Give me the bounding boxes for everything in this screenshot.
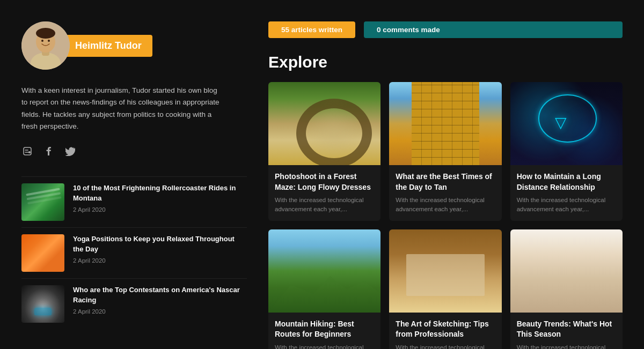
article-list: 10 of the Most Frightening Rollercoaster… <box>21 176 247 329</box>
explore-card-1[interactable]: Photoshoot in a Forest Maze: Long Flowy … <box>268 82 380 221</box>
article-title-3: Who are the Top Contestants on America's… <box>73 285 247 306</box>
card-image-2 <box>389 82 501 165</box>
blogger-icon[interactable] <box>21 145 33 157</box>
article-item[interactable]: Yoga Positions to Keep you Relaxed Throu… <box>21 227 247 278</box>
card-title-5: The Art of Sketching: Tips from Professi… <box>396 319 495 340</box>
explore-card-6[interactable]: Beauty Trends: What's Hot This Season Wi… <box>510 229 623 349</box>
explore-card-5[interactable]: The Art of Sketching: Tips from Professi… <box>389 229 501 349</box>
explore-heading: Explore <box>268 53 623 71</box>
article-thumb-3 <box>21 285 64 323</box>
cards-grid: Photoshoot in a Forest Maze: Long Flowy … <box>268 82 623 349</box>
article-thumb-2 <box>21 234 64 272</box>
card-excerpt-1: With the increased technological advance… <box>275 196 374 214</box>
card-excerpt-5: With the increased technological advance… <box>396 343 495 349</box>
article-date-1: 2 April 2020 <box>73 206 247 213</box>
facebook-icon[interactable] <box>43 145 55 157</box>
svg-point-5 <box>41 40 43 42</box>
sidebar: Heimlitz Tudor With a keen interest in j… <box>21 16 247 349</box>
card-image-4 <box>268 229 380 313</box>
card-title-3: How to Maintain a Long Distance Relation… <box>517 172 616 192</box>
card-title-1: Photoshoot in a Forest Maze: Long Flowy … <box>275 172 374 192</box>
card-excerpt-4: With the increased technological advance… <box>275 343 374 349</box>
article-date-2: 2 April 2020 <box>73 257 247 264</box>
main-content: 55 articles written 0 comments made Expl… <box>268 16 623 349</box>
svg-rect-7 <box>24 147 31 155</box>
svg-point-4 <box>36 28 55 39</box>
card-excerpt-2: With the increased technological advance… <box>396 196 495 214</box>
avatar <box>21 21 70 70</box>
card-image-6 <box>510 229 623 313</box>
card-title-4: Mountain Hiking: Best Routes for Beginne… <box>275 319 374 340</box>
page-wrapper: Heimlitz Tudor With a keen interest in j… <box>0 0 644 349</box>
explore-card-4[interactable]: Mountain Hiking: Best Routes for Beginne… <box>268 229 380 349</box>
comments-stat-badge: 0 comments made <box>364 21 623 38</box>
card-excerpt-6: With the increased technological advance… <box>517 343 616 349</box>
card-title-2: What are the Best Times of the Day to Ta… <box>396 172 495 192</box>
article-item[interactable]: 10 of the Most Frightening Rollercoaster… <box>21 176 247 227</box>
card-image-1 <box>268 82 380 165</box>
article-item[interactable]: Who are the Top Contestants on America's… <box>21 278 247 329</box>
article-date-3: 2 April 2020 <box>73 308 247 315</box>
article-thumb-1 <box>21 183 64 221</box>
explore-card-2[interactable]: What are the Best Times of the Day to Ta… <box>389 82 501 221</box>
author-bio: With a keen interest in journalism, Tudo… <box>21 85 220 132</box>
author-name: Heimlitz Tudor <box>64 35 152 57</box>
card-excerpt-3: With the increased technological advance… <box>517 196 616 214</box>
twitter-icon[interactable] <box>64 145 76 157</box>
explore-card-3[interactable]: How to Maintain a Long Distance Relation… <box>510 82 623 221</box>
card-image-5 <box>389 229 501 313</box>
articles-stat-badge: 55 articles written <box>268 21 355 38</box>
svg-point-8 <box>28 151 31 153</box>
stats-row: 55 articles written 0 comments made <box>268 21 623 38</box>
card-title-6: Beauty Trends: What's Hot This Season <box>517 319 616 340</box>
social-icons <box>21 145 247 157</box>
article-title-1: 10 of the Most Frightening Rollercoaster… <box>73 183 247 204</box>
profile-header: Heimlitz Tudor <box>21 21 247 70</box>
card-image-3 <box>510 82 623 165</box>
svg-point-6 <box>48 40 50 42</box>
article-title-2: Yoga Positions to Keep you Relaxed Throu… <box>73 234 247 255</box>
